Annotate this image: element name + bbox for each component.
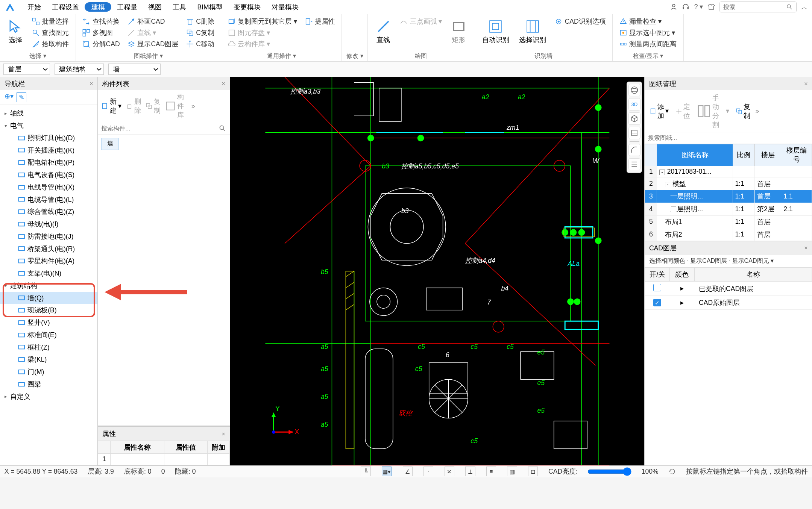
drawings-locate-button[interactable]: 定位 [674,101,692,121]
draw-rect-button[interactable]: 矩形 [448,17,470,47]
3d-icon[interactable]: 3D [628,98,640,110]
cube2-icon[interactable] [628,127,640,139]
nav-item[interactable]: 电线导管(电)(X) [0,181,97,193]
nav-item[interactable]: 墙(Q) [0,292,97,304]
multiview-button[interactable]: 多视图 [80,28,122,38]
floor-select[interactable]: 首层 [3,64,50,75]
cloud-lib-button[interactable]: 云构件库 ▾ [226,39,299,49]
tshirt-icon[interactable] [707,3,715,11]
menu-item-2[interactable]: 建模 [85,2,111,12]
nav-group[interactable]: 自定义 [0,390,97,403]
nav-item[interactable]: 配电箱柜(电)(P) [0,156,97,169]
fill-cad-button[interactable]: 补画CAD [125,17,181,27]
nav-edit-icon[interactable]: ✎ [17,92,26,102]
nav-item[interactable]: 现浇板(B) [0,304,97,317]
measure-distance-button[interactable]: 测量两点间距离 [617,39,679,49]
nav-item[interactable]: 电气设备(电)(S) [0,169,97,181]
menu-item-1[interactable]: 工程设置 [47,1,85,13]
headset-icon[interactable] [682,3,689,11]
show-selected-button[interactable]: 显示选中图元 ▾ [617,28,679,38]
drawings-copy-button[interactable]: 复制 [734,101,752,121]
drawings-add-button[interactable]: 添加 ▾ [648,101,671,121]
drawing-row[interactable]: 1-20171083-01... [645,166,812,177]
snap-endpoint-icon[interactable]: ╚ [361,467,370,476]
find-replace-button[interactable]: 查找替换 [80,17,122,27]
drawings-search-input[interactable] [648,134,809,141]
draw-line-button[interactable]: 直线 [372,17,395,47]
line-button[interactable]: 直线 ▾ [125,28,181,38]
comp-copy-button[interactable]: 复制 [146,97,161,115]
copy-to-layer-button[interactable]: 复制图元到其它层 ▾ [226,17,299,27]
nav-item[interactable]: 竖井(V) [0,317,97,329]
comp-close-icon[interactable]: × [222,80,225,87]
nav-group[interactable]: 电气 [0,120,97,132]
nav-item[interactable]: 标准间(E) [0,329,97,341]
drawing-canvas[interactable]: 控制a3,b3 a2 a2 zm1 控制a5,b5,c5,d5,e5 b3 b3… [230,77,645,465]
help-icon[interactable]: ? ▾ [694,3,703,11]
nav-add-icon[interactable]: ⊕▾ [5,92,14,102]
props-close-icon[interactable]: × [222,430,225,438]
category-select[interactable]: 建筑结构 [55,64,104,75]
component-select[interactable]: 墙 [108,64,161,75]
select-recognize-button[interactable]: 选择识别 [516,17,549,47]
nav-group[interactable]: 轴线 [0,107,97,120]
nav-group[interactable]: 建筑结构 [0,279,97,292]
menu-item-6[interactable]: BIM模型 [192,1,228,13]
leak-check-button[interactable]: 漏量检查 ▾ [617,17,679,27]
save-element-button[interactable]: 图元存盘 ▾ [226,28,299,38]
drawing-row[interactable]: 6 布局21:1首层 [645,228,812,241]
select-button[interactable]: 选择 [5,17,27,47]
nav-item[interactable]: 支架(电)(N) [0,267,97,280]
snap-angle-icon[interactable]: ∠ [403,467,413,476]
arc-icon[interactable] [628,144,640,156]
drawing-row[interactable]: 4 二层照明...1:1第2层2.1 [645,203,812,215]
refresh-icon[interactable] [668,468,676,475]
drawing-row[interactable]: 2 -模型1:1首层 [645,177,812,190]
cad-close-icon[interactable]: × [804,244,807,251]
comp-item-wall[interactable]: 墙 [101,138,119,150]
prop-row[interactable]: 1 [98,453,229,465]
cube-icon[interactable] [628,112,640,124]
c-delete-button[interactable]: C删除 [184,17,217,27]
snap-ortho-icon[interactable]: ⊥ [465,467,475,476]
cad-layer-row[interactable]: ✓▸CAD原始图层 [645,296,812,310]
nav-item[interactable]: 综合管线(电)(Z) [0,206,97,218]
nav-item[interactable]: 零星构件(电)(A) [0,255,97,267]
menu-item-8[interactable]: 对量模块 [266,1,304,13]
list-icon[interactable] [628,158,640,170]
menu-item-0[interactable]: 开始 [22,1,47,13]
snap-edge-icon[interactable]: ≡ [486,467,496,476]
snap-cross-icon[interactable]: ✕ [445,467,454,476]
cad-brightness-slider[interactable] [587,467,631,476]
nav-item[interactable]: 开关插座(电)(K) [0,144,97,156]
nav-item[interactable]: 防雷接地(电)(J) [0,230,97,242]
nav-item[interactable]: 桥架通头(电)(R) [0,242,97,255]
pick-component-button[interactable]: 拾取构件 [30,39,71,49]
nav-item[interactable]: 母线(电)(I) [0,218,97,230]
drawing-row[interactable]: 3 一层照明...1:1首层1.1 [645,190,812,203]
nav-item[interactable]: 照明灯具(电)(D) [0,132,97,144]
snap-point-icon[interactable]: · [423,467,433,476]
drawings-close-icon[interactable]: × [804,80,807,87]
c-copy-button[interactable]: C复制 [184,28,217,38]
c-move-button[interactable]: C移动 [184,39,217,49]
cad-toolbar[interactable]: 选择相同颜色 · 显示CAD图层 · 显示CAD图元 ▾ [645,255,812,268]
comp-delete-button[interactable]: 删除 [126,97,141,115]
comp-lib-button[interactable]: 构件库 [165,92,187,120]
cad-layer-row[interactable]: ▸已提取的CAD图层 [645,282,812,296]
menu-item-7[interactable]: 变更模块 [228,1,266,13]
comp-search-input[interactable] [101,125,219,132]
menu-item-3[interactable]: 工程量 [111,1,143,13]
explode-cad-button[interactable]: 分解CAD [80,39,122,49]
nav-item[interactable]: 框柱(Z) [0,341,97,353]
find-element-button[interactable]: 查找图元 [30,28,71,38]
extract-props-button[interactable]: 提属性 [303,17,337,27]
auto-recognize-button[interactable]: 自动识别 [479,17,513,47]
three-point-arc-button[interactable]: 三点画弧 ▾ [398,17,444,27]
menu-item-4[interactable]: 视图 [143,1,167,13]
snap-fine-icon[interactable]: ⊡ [528,467,538,476]
user-icon[interactable] [670,3,677,11]
snap-grid-icon[interactable]: ▦▾ [382,467,392,476]
snap-mirror-icon[interactable]: ▥ [507,467,517,476]
cad-recognize-options-button[interactable]: CAD识别选项 [553,17,608,27]
